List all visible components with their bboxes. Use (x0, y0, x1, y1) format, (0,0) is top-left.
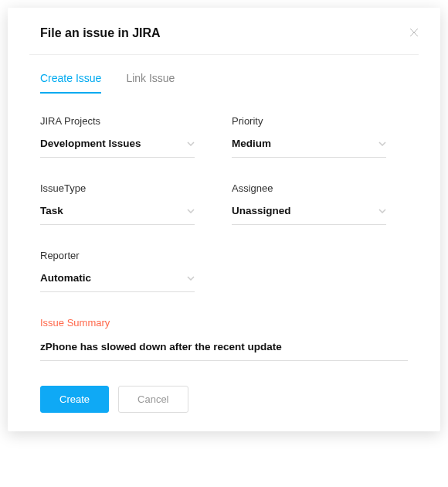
issue-summary-label: Issue Summary (40, 317, 408, 329)
header-divider (29, 54, 419, 55)
issue-summary-input[interactable] (40, 341, 408, 361)
tabs: Create Issue Link Issue (8, 66, 440, 94)
chevron-down-icon (187, 209, 195, 213)
jira-issue-modal: File an issue in JIRA Create Issue Link … (8, 8, 440, 431)
chevron-down-icon (378, 141, 386, 146)
reporter-label: Reporter (40, 250, 195, 261)
priority-select[interactable]: Medium (232, 138, 386, 158)
close-icon[interactable] (409, 27, 419, 39)
modal-header: File an issue in JIRA (8, 8, 440, 54)
priority-value: Medium (232, 138, 271, 149)
form-row-2: IssueType Task Assignee Unassigned (40, 182, 408, 225)
issue-summary-section: Issue Summary (40, 317, 408, 361)
field-priority: Priority Medium (232, 115, 386, 158)
field-issuetype: IssueType Task (40, 182, 195, 225)
priority-label: Priority (232, 115, 386, 127)
reporter-value: Automatic (40, 272, 91, 284)
form-body: JIRA Projects Development Issues Priorit… (8, 94, 440, 431)
reporter-select[interactable]: Automatic (40, 272, 195, 292)
modal-title: File an issue in JIRA (40, 26, 161, 40)
jira-projects-value: Development Issues (40, 138, 141, 149)
tab-link-issue[interactable]: Link Issue (126, 66, 175, 94)
assignee-label: Assignee (232, 182, 386, 194)
create-button[interactable]: Create (40, 386, 109, 413)
cancel-button[interactable]: Cancel (118, 386, 188, 413)
chevron-down-icon (187, 141, 195, 146)
chevron-down-icon (378, 209, 386, 213)
jira-projects-select[interactable]: Development Issues (40, 138, 195, 158)
assignee-value: Unassigned (232, 205, 291, 216)
field-jira-projects: JIRA Projects Development Issues (40, 115, 195, 158)
issuetype-value: Task (40, 205, 63, 216)
jira-projects-label: JIRA Projects (40, 115, 195, 127)
field-assignee: Assignee Unassigned (232, 182, 386, 225)
form-row-1: JIRA Projects Development Issues Priorit… (40, 115, 408, 158)
issuetype-select[interactable]: Task (40, 205, 195, 225)
tab-create-issue[interactable]: Create Issue (40, 66, 101, 94)
form-row-3: Reporter Automatic (40, 250, 408, 292)
field-reporter: Reporter Automatic (40, 250, 195, 292)
actions: Create Cancel (40, 383, 408, 413)
assignee-select[interactable]: Unassigned (232, 205, 386, 225)
chevron-down-icon (187, 276, 195, 281)
issuetype-label: IssueType (40, 182, 195, 194)
